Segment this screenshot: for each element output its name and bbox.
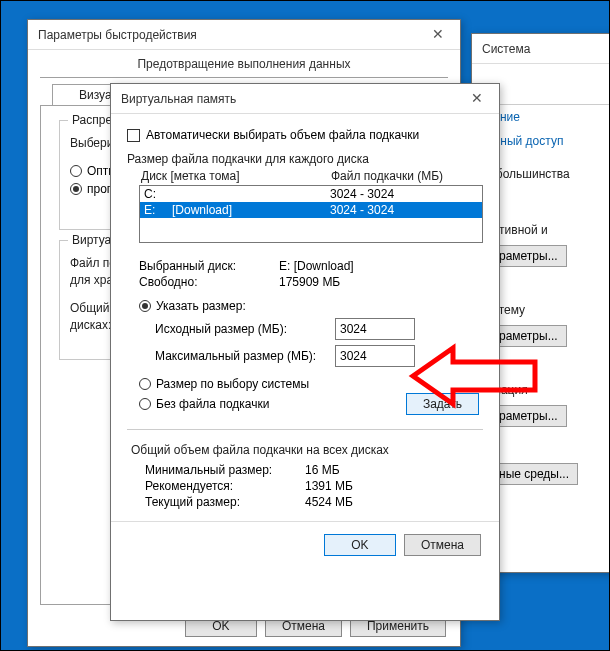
perf-title: Параметры быстродействия [38,28,197,42]
radio-custom-size[interactable]: Указать размер: [139,299,483,313]
col-disk: Диск [метка тома] [141,169,331,183]
drive-list[interactable]: C: 3024 - 3024 E: [Download] 3024 - 3024 [139,185,483,243]
min-label: Минимальный размер: [145,463,305,477]
cur-label: Текущий размер: [145,495,305,509]
col-pf: Файл подкачки (МБ) [331,169,443,183]
vm-titlebar: Виртуальная память ✕ [111,84,499,114]
total-label: Общий объем файла подкачки на всех диска… [131,443,483,457]
dep-header: Предотвращение выполнения данных [40,50,448,78]
max-size-label: Максимальный размер (МБ): [155,349,335,363]
initial-size-input[interactable] [335,318,415,340]
radio-icon [139,398,151,410]
min-value: 16 МБ [305,463,340,477]
radio-no-paging[interactable]: Без файла подкачки [139,397,406,411]
ok-button[interactable]: OK [324,534,396,556]
max-size-input[interactable] [335,345,415,367]
drive-row[interactable]: C: 3024 - 3024 [140,186,482,202]
auto-manage-checkbox[interactable]: Автоматически выбирать объем файла подка… [127,128,483,142]
params-button[interactable]: раметры... [490,245,567,267]
radio-icon [139,378,151,390]
disk-group-label: Размер файла подкачки для каждого диска [127,152,483,166]
system-title: Система [482,42,530,56]
params-button[interactable]: раметры... [490,405,567,427]
close-icon[interactable]: ✕ [463,88,491,110]
radio-icon [139,300,151,312]
cur-value: 4524 МБ [305,495,353,509]
side-text: рмация [486,383,610,397]
system-titlebar: Система ✕ [472,34,610,64]
rec-label: Рекомендуется: [145,479,305,493]
free-value: 175909 МБ [279,275,340,289]
auto-manage-label: Автоматически выбирать объем файла подка… [146,128,419,142]
side-text: истему [486,303,610,317]
set-button[interactable]: Задать [406,393,479,415]
selected-drive-value: E: [Download] [279,259,354,273]
vm-title: Виртуальная память [121,92,236,106]
cancel-button[interactable]: Отмена [404,534,481,556]
params-button[interactable]: раметры... [490,325,567,347]
drive-row[interactable]: E: [Download] 3024 - 3024 [140,202,482,218]
selected-drive-label: Выбранный диск: [139,259,279,273]
env-button[interactable]: ные среды... [490,463,578,485]
perf-titlebar: Параметры быстродействия ✕ [28,20,460,50]
checkbox-icon [127,129,140,142]
vm-window: Виртуальная память ✕ Автоматически выбир… [110,83,500,621]
side-text: я большинства [486,167,610,181]
free-label: Свободно: [139,275,279,289]
close-icon[interactable]: ✕ [424,24,452,46]
initial-size-label: Исходный размер (МБ): [155,322,335,336]
side-text: ративной и [486,223,610,237]
rec-value: 1391 МБ [305,479,353,493]
radio-system-managed[interactable]: Размер по выбору системы [139,377,483,391]
